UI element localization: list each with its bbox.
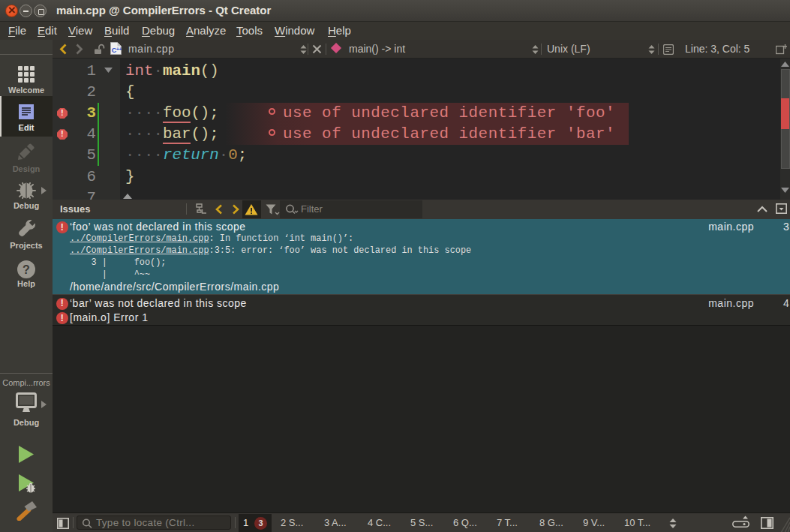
svg-text:++: ++ [116,47,122,52]
svg-text:?: ? [23,263,30,276]
